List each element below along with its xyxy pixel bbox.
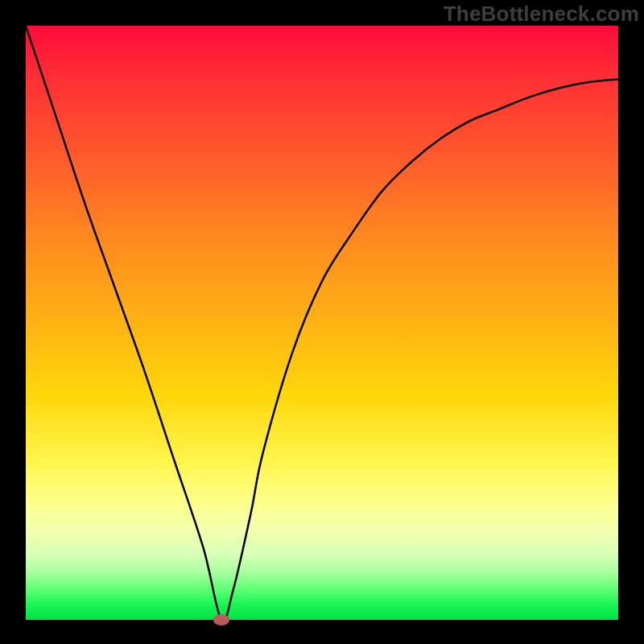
bottleneck-curve <box>26 26 618 620</box>
plot-area <box>26 26 618 620</box>
chart-frame: TheBottleneck.com <box>0 0 644 644</box>
curve-svg <box>26 26 618 620</box>
attribution-label: TheBottleneck.com <box>444 2 639 27</box>
vertex-marker <box>213 614 229 625</box>
